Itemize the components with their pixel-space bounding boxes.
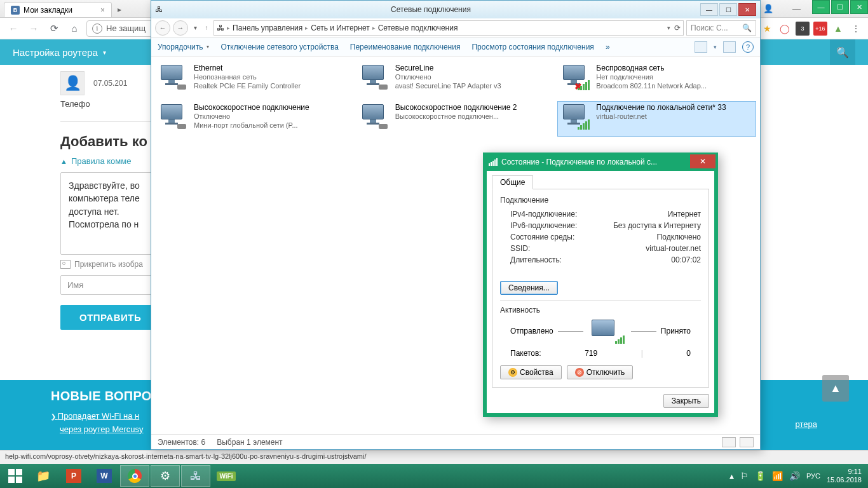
taskbar-chrome[interactable]: [120, 465, 149, 487]
ext-shield-icon[interactable]: ▲: [831, 22, 845, 36]
nav-back-icon[interactable]: ←: [5, 20, 22, 37]
dropdown-icon[interactable]: ▾: [103, 49, 106, 56]
site-search-button[interactable]: 🔍: [830, 39, 855, 65]
image-icon: [60, 260, 71, 269]
nav-reload-icon[interactable]: ⟳: [46, 20, 62, 37]
powerpoint-icon: P: [66, 469, 81, 483]
system-tray: ▴ ⚐ 🔋 📶 🔊 РУС 9:11 15.06.2018: [729, 468, 865, 484]
cmd-organize[interactable]: Упорядочить: [158, 43, 209, 51]
tray-language[interactable]: РУС: [806, 472, 820, 480]
breadcrumb-dropdown-icon[interactable]: ▾: [667, 25, 670, 31]
ext-opera-icon[interactable]: ◯: [778, 22, 792, 36]
breadcrumb-3[interactable]: Сетевые подключения: [378, 24, 458, 32]
footer-link-1b[interactable]: через роутер Mercusy: [60, 424, 144, 434]
breadcrumb-1[interactable]: Панель управления: [233, 24, 302, 32]
view-icons-icon[interactable]: [740, 437, 754, 447]
connection-wireless[interactable]: ✖ Беспроводная сеть Нет подключения Broa…: [557, 62, 756, 97]
submit-button[interactable]: ОТПРАВИТЬ: [60, 305, 160, 330]
disable-icon: ⊘: [575, 368, 584, 377]
signal-icon: [489, 158, 498, 166]
ext-star-icon[interactable]: ★: [760, 22, 774, 36]
connection-status-dialog: Состояние - Подключение по локальной с..…: [483, 152, 718, 417]
dialog-titlebar[interactable]: Состояние - Подключение по локальной с..…: [484, 153, 717, 171]
cmd-disable-device[interactable]: Отключение сетевого устройства: [220, 43, 338, 51]
chrome-icon: [128, 469, 142, 483]
details-button[interactable]: Сведения...: [500, 281, 558, 295]
view-dropdown-icon[interactable]: ▾: [714, 44, 717, 50]
breadcrumb[interactable]: 🖧 ▸ Панель управления ▸ Сеть и Интернет …: [214, 20, 684, 36]
start-button[interactable]: [3, 464, 28, 488]
help-icon[interactable]: ?: [742, 41, 754, 53]
taskbar-word[interactable]: W: [90, 465, 119, 487]
new-tab-button[interactable]: ▸: [112, 2, 127, 17]
network-adapter-icon: [158, 103, 189, 131]
explorer-history-dropdown[interactable]: ▾: [191, 24, 200, 31]
connection-broadband-1[interactable]: Высокоскоростное подключение Отключено М…: [155, 101, 354, 137]
browser-minimize[interactable]: —: [782, 0, 811, 17]
tray-volume-icon[interactable]: 🔊: [789, 471, 800, 481]
packets-sent: 719: [585, 349, 597, 358]
nav-home-icon[interactable]: ⌂: [66, 20, 83, 37]
site-title: Настройка роутера: [13, 47, 98, 58]
disable-button[interactable]: ⊘Отключить: [567, 365, 634, 379]
taskbar-file-explorer[interactable]: 📁: [29, 465, 58, 487]
browser-menu-icon[interactable]: ⋮: [849, 22, 863, 36]
breadcrumb-refresh-icon[interactable]: ⟳: [674, 24, 681, 32]
site-info-icon[interactable]: i: [92, 24, 102, 34]
breadcrumb-root-icon: 🖧: [217, 24, 224, 32]
status-selected-count: Выбран 1 элемент: [217, 438, 282, 447]
connection-secureline[interactable]: SecureLine Отключено avast! SecureLine T…: [356, 62, 555, 97]
view-layout-icon[interactable]: [695, 41, 707, 53]
view-details-icon[interactable]: [722, 437, 736, 447]
gear-icon: ⚙: [508, 368, 517, 377]
connection-broadband-2[interactable]: Высокоскоростное подключение 2 Высокоско…: [356, 101, 555, 137]
ext-badge-2[interactable]: +16: [813, 22, 827, 36]
tray-battery-icon[interactable]: 🔋: [755, 471, 766, 481]
tab-general[interactable]: Общие: [492, 175, 533, 189]
footer-link-1[interactable]: Пропадает Wi-Fi на н: [51, 411, 139, 421]
properties-button[interactable]: ⚙Свойства: [500, 365, 562, 379]
explorer-back-button[interactable]: ←: [155, 20, 170, 36]
wifi-app-icon: WiFi: [217, 471, 235, 481]
taskbar-powerpoint[interactable]: P: [59, 465, 88, 487]
connection-ethernet[interactable]: Ethernet Неопознанная сеть Realtek PCIe …: [155, 62, 354, 97]
close-button[interactable]: Закрыть: [663, 394, 709, 408]
tray-network-icon[interactable]: 📶: [772, 471, 783, 481]
tab-close-icon[interactable]: ×: [100, 6, 105, 15]
tray-clock[interactable]: 9:11 15.06.2018: [827, 468, 862, 484]
taskbar-network-connections[interactable]: 🖧: [181, 465, 210, 487]
explorer-up-button[interactable]: ↑: [202, 24, 211, 31]
breadcrumb-2[interactable]: Сеть и Интернет: [311, 24, 369, 32]
explorer-titlebar[interactable]: 🖧 Сетевые подключения — ☐ ✕: [151, 1, 760, 18]
dialog-close-button[interactable]: ✕: [690, 154, 715, 168]
explorer-minimize[interactable]: —: [700, 3, 718, 16]
explorer-close[interactable]: ✕: [738, 3, 756, 16]
nav-forward-icon[interactable]: →: [25, 20, 42, 37]
ext-badge-1[interactable]: 3: [796, 22, 810, 36]
connection-local-33[interactable]: Подключение по локальной сети* 33 virtua…: [557, 101, 756, 137]
scroll-to-top-button[interactable]: ▲: [822, 375, 849, 402]
cmd-view-status[interactable]: Просмотр состояния подключения: [471, 43, 593, 51]
cmd-more[interactable]: »: [606, 43, 610, 51]
os-maximize[interactable]: ☐: [831, 0, 849, 14]
connections-list: Ethernet Неопознанная сеть Realtek PCIe …: [151, 57, 760, 142]
tray-action-center-icon[interactable]: ⚐: [740, 471, 749, 481]
explorer-app-icon: 🖧: [155, 5, 163, 14]
explorer-search[interactable]: Поиск: С... 🔍: [686, 20, 756, 36]
taskbar: 📁 P W ⚙ 🖧 WiFi ▴ ⚐ 🔋 📶 🔊 РУС 9:11 15.06.…: [0, 464, 868, 488]
taskbar-settings[interactable]: ⚙: [151, 465, 180, 487]
browser-status-bar: help-wifi.com/voprosy-otvety/nizkaya-sko…: [0, 450, 868, 464]
os-close[interactable]: ✕: [850, 0, 868, 14]
browser-tab[interactable]: B Мои закладки ×: [4, 2, 112, 17]
tray-up-icon[interactable]: ▴: [729, 471, 734, 481]
explorer-maximize[interactable]: ☐: [719, 3, 737, 16]
os-minimize[interactable]: —: [812, 0, 830, 14]
settings-icon: ⚙: [160, 469, 170, 483]
taskbar-wifi-app[interactable]: WiFi: [212, 465, 241, 487]
word-icon: W: [97, 469, 112, 483]
cmd-rename[interactable]: Переименование подключения: [350, 43, 461, 51]
sent-label: Отправлено: [510, 327, 553, 336]
footer-link-right-a[interactable]: ртера: [796, 419, 817, 429]
explorer-forward-button[interactable]: →: [173, 20, 188, 36]
preview-pane-icon[interactable]: [723, 41, 736, 53]
